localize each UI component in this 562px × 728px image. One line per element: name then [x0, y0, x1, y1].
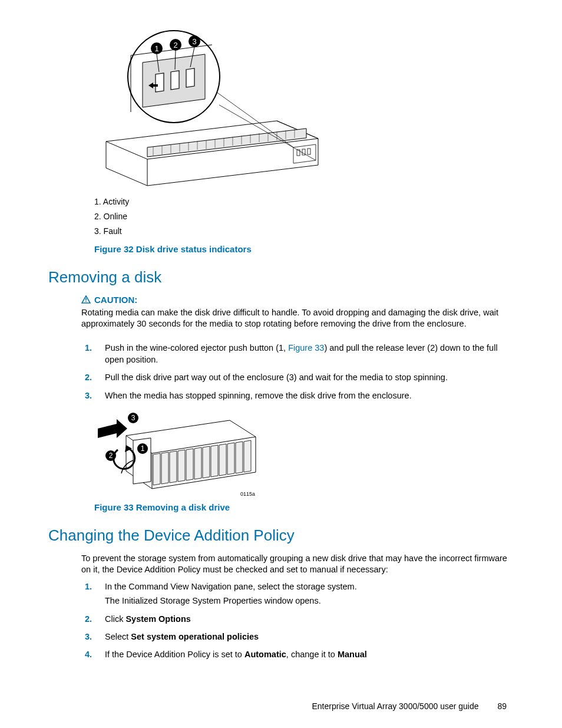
heading-changing-policy: Changing the Device Addition Policy — [48, 526, 509, 545]
step-3: When the media has stopped spinning, rem… — [85, 390, 509, 401]
page-footer: Enterprise Virtual Array 3000/5000 user … — [48, 701, 509, 711]
footer-title: Enterprise Virtual Array 3000/5000 user … — [312, 701, 479, 711]
svg-marker-51 — [211, 445, 218, 477]
policy-step-1: In the Command View Navigation pane, sel… — [85, 581, 509, 607]
svg-rect-41 — [85, 298, 87, 301]
caution-icon — [81, 295, 91, 304]
svg-marker-52 — [219, 444, 226, 476]
svg-marker-49 — [194, 447, 201, 479]
policy-steps: In the Command View Navigation pane, sel… — [85, 581, 509, 660]
legend-item: Fault — [94, 224, 509, 239]
svg-marker-28 — [171, 71, 179, 90]
svg-marker-57 — [98, 419, 127, 438]
svg-marker-0 — [106, 121, 318, 186]
step-1: Push in the wine-colored ejector push bu… — [85, 342, 509, 366]
svg-rect-22 — [308, 149, 310, 154]
policy-step-4: If the Device Addition Policy is set to … — [85, 648, 509, 660]
legend-item: Activity — [94, 195, 509, 209]
figure-33-id: 0115a — [240, 491, 255, 497]
step-2: Pull the disk drive part way out of the … — [85, 371, 509, 383]
figure-33-caption: Figure 33 Removing a disk drive — [94, 502, 509, 512]
svg-marker-55 — [244, 440, 251, 472]
figure-32-caption: Figure 32 Disk drive status indicators — [94, 244, 509, 254]
svg-marker-50 — [203, 446, 210, 478]
caution-body: Rotating media can make the disk drive d… — [81, 307, 509, 330]
svg-marker-48 — [186, 449, 193, 480]
caution-label: CAUTION: — [94, 295, 137, 305]
svg-text:1: 1 — [141, 444, 145, 453]
svg-marker-29 — [186, 68, 194, 87]
legend-item: Online — [94, 209, 509, 224]
svg-marker-47 — [178, 450, 185, 482]
figure-33-link[interactable]: Figure 33 — [288, 343, 324, 353]
figure-32-legend: Activity Online Fault — [94, 195, 509, 239]
caution-block: CAUTION: Rotating media can make the dis… — [81, 295, 509, 330]
policy-intro: To prevent the storage system from autom… — [81, 553, 509, 576]
svg-rect-42 — [85, 301, 87, 302]
svg-text:2: 2 — [109, 452, 113, 460]
policy-step-3: Select Set system operational policies — [85, 631, 509, 643]
figure-33-illustration: 1 2 3 0115a — [94, 407, 509, 499]
page-number: 89 — [497, 701, 507, 711]
svg-marker-53 — [227, 443, 234, 475]
svg-marker-45 — [161, 452, 168, 484]
policy-step-2: Click System Options — [85, 613, 509, 625]
svg-text:2: 2 — [173, 41, 177, 50]
svg-marker-46 — [170, 451, 177, 483]
heading-removing-a-disk: Removing a disk — [48, 268, 509, 286]
svg-marker-54 — [236, 442, 243, 473]
svg-text:3: 3 — [131, 414, 135, 422]
svg-text:3: 3 — [192, 37, 196, 46]
svg-marker-27 — [156, 73, 164, 92]
figure-32-illustration: 1 2 3 — [94, 29, 509, 189]
svg-marker-44 — [153, 453, 160, 485]
removing-steps: Push in the wine-colored ejector push bu… — [85, 342, 509, 401]
svg-text:1: 1 — [154, 44, 158, 53]
